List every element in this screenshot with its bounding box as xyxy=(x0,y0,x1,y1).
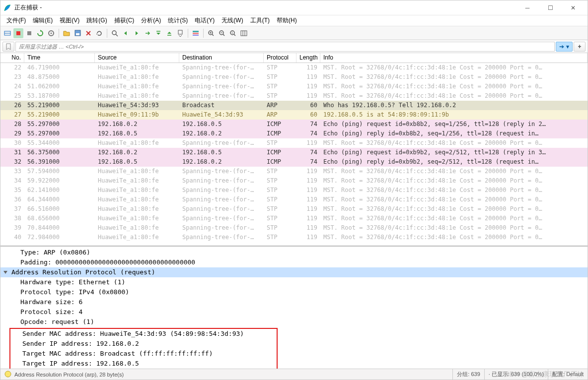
menu-item[interactable]: 编辑(E) xyxy=(30,15,56,26)
start-capture-icon[interactable] xyxy=(13,28,23,38)
packet-row[interactable]: 3766.516000HuaweiTe_a1:80:feSpanning-tre… xyxy=(0,204,588,214)
toolbar-separator xyxy=(188,29,188,38)
highlighted-detail-box: Sender MAC address: HuaweiTe_54:3d:93 (5… xyxy=(9,328,278,369)
menu-item[interactable]: 分析(A) xyxy=(138,15,164,26)
packet-row[interactable]: 2655.219000HuaweiTe_54:3d:93BroadcastARP… xyxy=(0,101,588,110)
svg-rect-17 xyxy=(193,35,199,36)
packet-row[interactable]: 3459.922000HuaweiTe_a1:80:feSpanning-tre… xyxy=(0,176,588,186)
expert-info-icon[interactable] xyxy=(4,371,11,379)
detail-line[interactable]: Padding: 0000000000000000000000000000000… xyxy=(0,257,588,267)
auto-scroll-icon[interactable] xyxy=(175,28,185,38)
packet-row[interactable]: 2348.875000HuaweiTe_a1:80:feSpanning-tre… xyxy=(0,72,588,82)
last-packet-icon[interactable] xyxy=(164,28,174,38)
packet-row[interactable]: 2246.719000HuaweiTe_a1:80:feSpanning-tre… xyxy=(0,63,588,72)
save-file-icon[interactable] xyxy=(73,28,82,38)
go-to-packet-icon[interactable] xyxy=(143,28,152,38)
packet-row[interactable]: 3156.375000192.168.0.2192.168.0.5ICMP74E… xyxy=(0,148,588,157)
packet-row[interactable]: 3664.344000HuaweiTe_a1:80:feSpanning-tre… xyxy=(0,195,588,204)
restart-capture-icon[interactable] xyxy=(35,28,45,38)
window-title: 正在捕获 - xyxy=(14,3,516,12)
interfaces-icon[interactable] xyxy=(2,28,12,38)
menu-item[interactable]: 统计(S) xyxy=(165,15,191,26)
packet-row[interactable]: 2755.219000HuaweiTe_09:11:9bHuaweiTe_54:… xyxy=(0,110,588,120)
col-header-no[interactable]: No. xyxy=(0,53,24,63)
first-packet-icon[interactable] xyxy=(153,28,163,38)
col-header-dst[interactable]: Destination xyxy=(179,53,264,63)
menu-item[interactable]: 视图(V) xyxy=(57,15,82,26)
detail-line[interactable]: Target IP address: 192.168.0.5 xyxy=(11,359,276,369)
packet-list-body[interactable]: 2246.719000HuaweiTe_a1:80:feSpanning-tre… xyxy=(0,63,588,247)
svg-rect-15 xyxy=(193,31,199,32)
go-forward-icon[interactable] xyxy=(132,28,142,38)
open-file-icon[interactable] xyxy=(62,28,72,38)
menu-item[interactable]: 跳转(G) xyxy=(83,15,110,26)
detail-line[interactable]: Sender IP address: 192.168.0.2 xyxy=(11,339,276,349)
maximize-button[interactable]: ☐ xyxy=(539,0,562,15)
packet-row[interactable]: 3055.344000HuaweiTe_a1:80:feSpanning-tre… xyxy=(0,138,588,148)
close-button[interactable]: ✕ xyxy=(562,0,585,15)
bookmark-filter-icon[interactable] xyxy=(2,42,14,52)
zoom-in-icon[interactable] xyxy=(206,28,216,38)
display-filter-input[interactable] xyxy=(15,42,555,52)
col-header-time[interactable]: Time xyxy=(24,53,95,63)
menu-item[interactable]: 文件(F) xyxy=(3,15,29,26)
app-icon xyxy=(3,4,11,12)
detail-line[interactable]: Sender MAC address: HuaweiTe_54:3d:93 (5… xyxy=(11,329,276,339)
packet-details-pane[interactable]: Type: ARP (0x0806)Padding: 0000000000000… xyxy=(0,247,588,369)
add-filter-button[interactable]: + xyxy=(574,42,586,52)
packet-row[interactable]: 3562.141000HuaweiTe_a1:80:feSpanning-tre… xyxy=(0,186,588,195)
packet-row[interactable]: 2553.187000HuaweiTe_a1:80:feSpanning-tre… xyxy=(0,91,588,101)
toolbar-separator xyxy=(203,29,204,38)
toolbar-separator xyxy=(59,29,59,38)
status-profile[interactable]: 配置: Default xyxy=(552,371,584,378)
menu-item[interactable]: 工具(T) xyxy=(247,15,273,26)
menu-item[interactable]: 捕获(C) xyxy=(111,15,138,26)
menu-item[interactable]: 帮助(H) xyxy=(274,15,300,26)
detail-line[interactable]: Opcode: request (1) xyxy=(0,317,588,327)
svg-rect-16 xyxy=(193,33,199,34)
menubar: 文件(F)编辑(E)视图(V)跳转(G)捕获(C)分析(A)统计(S)电话(Y)… xyxy=(0,15,588,26)
col-header-proto[interactable]: Protocol xyxy=(264,53,296,63)
status-displayed: · 已显示: 639 (100.0%) xyxy=(489,371,544,378)
toolbar: 1 xyxy=(0,26,588,40)
packet-list-header[interactable]: No. Time Source Destination Protocol Len… xyxy=(0,53,588,63)
col-header-src[interactable]: Source xyxy=(95,53,179,63)
zoom-reset-icon[interactable]: 1 xyxy=(228,28,238,38)
detail-line[interactable]: Protocol type: IPv4 (0x0800) xyxy=(0,287,588,297)
svg-rect-3 xyxy=(27,31,31,35)
detail-line[interactable]: Hardware size: 6 xyxy=(0,297,588,307)
minimize-button[interactable]: ─ xyxy=(516,0,539,15)
go-back-icon[interactable] xyxy=(121,28,131,38)
menu-item[interactable]: 无线(W) xyxy=(219,15,246,26)
packet-row[interactable]: 2855.297000192.168.0.2192.168.0.5ICMP74E… xyxy=(0,120,588,129)
packet-row[interactable]: 3357.594000HuaweiTe_a1:80:feSpanning-tre… xyxy=(0,167,588,176)
packet-row[interactable]: 3868.656000HuaweiTe_a1:80:feSpanning-tre… xyxy=(0,214,588,223)
packet-row[interactable]: 2955.297000192.168.0.5192.168.0.2ICMP74E… xyxy=(0,129,588,138)
svg-line-24 xyxy=(223,34,224,36)
detail-line[interactable]: Protocol size: 4 xyxy=(0,307,588,317)
packet-row[interactable]: 3970.844000HuaweiTe_a1:80:feSpanning-tre… xyxy=(0,223,588,233)
find-icon[interactable] xyxy=(110,28,120,38)
capture-options-icon[interactable] xyxy=(46,28,56,38)
menu-item[interactable]: 电话(Y) xyxy=(192,15,218,26)
apply-filter-button[interactable]: ➔ ▾ xyxy=(556,42,573,52)
packet-row[interactable]: 3256.391000192.168.0.5192.168.0.2ICMP74E… xyxy=(0,157,588,167)
packet-row[interactable]: 4072.984000HuaweiTe_a1:80:feSpanning-tre… xyxy=(0,233,588,242)
statusbar: Address Resolution Protocol (arp), 28 by… xyxy=(0,369,588,380)
detail-expand-header[interactable]: Address Resolution Protocol (request) xyxy=(0,267,588,277)
detail-line[interactable]: Hardware type: Ethernet (1) xyxy=(0,277,588,287)
col-header-info[interactable]: Info xyxy=(320,53,588,63)
packet-row[interactable]: 2451.062000HuaweiTe_a1:80:feSpanning-tre… xyxy=(0,82,588,91)
detail-line[interactable]: Type: ARP (0x0806) xyxy=(0,248,588,257)
reload-icon[interactable] xyxy=(94,28,104,38)
svg-point-5 xyxy=(51,32,52,34)
zoom-out-icon[interactable] xyxy=(217,28,227,38)
packet-list-pane: No. Time Source Destination Protocol Len… xyxy=(0,53,588,247)
detail-line[interactable]: Target MAC address: Broadcast (ff:ff:ff:… xyxy=(11,349,276,359)
close-file-icon[interactable] xyxy=(83,28,93,38)
resize-columns-icon[interactable] xyxy=(239,28,249,38)
colorize-icon[interactable] xyxy=(191,28,201,38)
stop-capture-icon[interactable] xyxy=(24,28,34,38)
status-packets: 分组: 639 xyxy=(457,371,480,378)
col-header-len[interactable]: Length xyxy=(296,53,320,63)
